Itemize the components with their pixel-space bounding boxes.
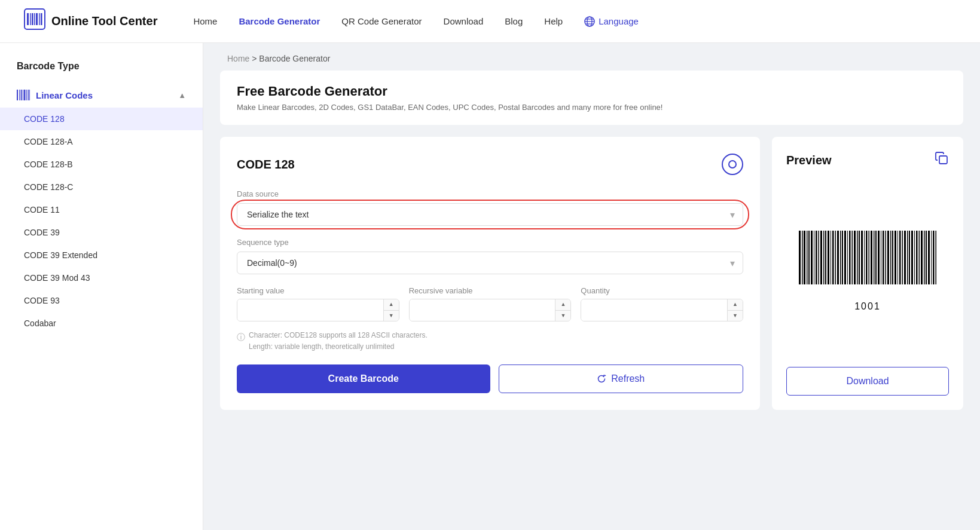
starting-value-label: Starting value <box>237 286 399 295</box>
svg-rect-43 <box>849 231 851 284</box>
nav-barcode-generator[interactable]: Barcode Generator <box>239 16 320 26</box>
svg-rect-21 <box>939 156 947 164</box>
svg-rect-59 <box>887 231 889 284</box>
svg-rect-52 <box>871 231 872 284</box>
quantity-up[interactable]: ▲ <box>728 299 743 311</box>
main-nav: Home Barcode Generator QR Code Generator… <box>193 16 956 27</box>
breadcrumb-home[interactable]: Home <box>227 54 249 63</box>
quantity-spinner: 20 ▲ ▼ <box>581 299 743 321</box>
sidebar-item-codabar[interactable]: Codabar <box>0 312 203 335</box>
svg-rect-3 <box>32 13 33 25</box>
svg-rect-34 <box>828 231 829 284</box>
sidebar-section-linear-codes[interactable]: Linear Codes ▲ <box>0 82 203 108</box>
svg-rect-58 <box>886 231 887 284</box>
barcode-logo-icon <box>24 8 45 34</box>
svg-rect-44 <box>852 231 853 284</box>
nav-blog[interactable]: Blog <box>505 16 523 26</box>
nav-help[interactable]: Help <box>544 16 563 26</box>
download-button[interactable]: Download <box>786 367 949 396</box>
info-line2: Length: variable length, theoretically u… <box>249 341 428 353</box>
svg-rect-74 <box>924 231 925 284</box>
starting-value-up[interactable]: ▲ <box>384 299 399 311</box>
starting-value-down[interactable]: ▼ <box>384 311 399 321</box>
svg-rect-71 <box>916 231 918 284</box>
recursive-variable-up[interactable]: ▲ <box>555 299 570 311</box>
svg-rect-41 <box>844 231 846 284</box>
sidebar-item-code128b[interactable]: CODE 128-B <box>0 153 203 176</box>
language-selector[interactable]: Language <box>584 16 639 27</box>
action-buttons: Create Barcode Refresh <box>237 364 743 393</box>
sidebar-item-code39[interactable]: CODE 39 <box>0 221 203 244</box>
svg-rect-19 <box>28 90 29 100</box>
svg-rect-16 <box>23 90 23 100</box>
number-inputs-row: Starting value 1001 ▲ ▼ Recursive variab… <box>237 286 743 321</box>
svg-rect-24 <box>804 231 805 284</box>
create-barcode-button[interactable]: Create Barcode <box>237 364 490 393</box>
sidebar-item-code128[interactable]: CODE 128 <box>0 108 203 130</box>
sidebar-item-code39ext[interactable]: CODE 39 Extended <box>0 244 203 266</box>
svg-rect-40 <box>842 231 843 284</box>
barcode-value-label: 1001 <box>854 301 881 312</box>
preview-panel: Preview <box>772 137 963 410</box>
sequence-type-select[interactable]: Decimal(0~9)Hexadecimal(0~F)Alphabetical… <box>237 252 743 274</box>
recursive-variable-down[interactable]: ▼ <box>555 311 570 321</box>
svg-rect-22 <box>799 231 801 284</box>
svg-rect-39 <box>840 231 841 284</box>
barcode-image <box>796 225 939 296</box>
breadcrumb: Home > Barcode Generator <box>203 43 980 71</box>
sequence-type-select-wrapper: Decimal(0~9)Hexadecimal(0~F)Alphabetical… <box>237 252 743 274</box>
info-text: ⓘ Character: CODE128 supports all 128 AS… <box>237 330 743 353</box>
svg-rect-56 <box>881 231 881 284</box>
svg-rect-76 <box>928 231 930 284</box>
svg-rect-67 <box>907 231 908 284</box>
quantity-input[interactable]: 20 <box>581 299 727 321</box>
svg-rect-20 <box>29 90 30 100</box>
data-source-select[interactable]: Serialize the textManual inputImport fro… <box>237 203 743 226</box>
logo-text: Online Tool Center <box>51 14 157 28</box>
svg-rect-2 <box>30 13 31 25</box>
generator-title: CODE 128 <box>237 154 743 175</box>
recursive-variable-input[interactable]: 1 <box>410 299 555 321</box>
quantity-label: Quantity <box>581 286 743 295</box>
sidebar-title: Barcode Type <box>0 55 203 82</box>
sidebar-item-code128c[interactable]: CODE 128-C <box>0 176 203 198</box>
svg-rect-1 <box>27 13 29 25</box>
svg-rect-25 <box>807 231 808 284</box>
nav-qr-code[interactable]: QR Code Generator <box>341 16 422 26</box>
svg-rect-18 <box>26 90 27 100</box>
svg-rect-13 <box>17 90 18 100</box>
sidebar-item-code39mod43[interactable]: CODE 39 Mod 43 <box>0 266 203 289</box>
sidebar-item-code11[interactable]: CODE 11 <box>0 198 203 221</box>
copy-icon[interactable] <box>935 151 949 169</box>
nav-home[interactable]: Home <box>193 16 217 26</box>
svg-rect-53 <box>874 231 875 284</box>
content-area: CODE 128 Data source Serialize the textM… <box>220 137 963 410</box>
starting-value-group: Starting value 1001 ▲ ▼ <box>237 286 399 321</box>
quantity-down[interactable]: ▼ <box>728 311 743 321</box>
svg-rect-62 <box>894 231 896 284</box>
nav-download[interactable]: Download <box>444 16 484 26</box>
refresh-button[interactable]: Refresh <box>499 364 744 393</box>
svg-rect-77 <box>931 231 932 284</box>
data-source-label: Data source <box>237 189 743 198</box>
svg-rect-36 <box>832 231 834 284</box>
recursive-variable-group: Recursive variable 1 ▲ ▼ <box>409 286 572 321</box>
data-source-select-wrapper: Serialize the textManual inputImport fro… <box>237 203 743 226</box>
sidebar-item-code93[interactable]: CODE 93 <box>0 289 203 312</box>
svg-rect-51 <box>869 231 870 284</box>
breadcrumb-current: Barcode Generator <box>259 54 330 63</box>
svg-rect-57 <box>883 231 884 284</box>
sidebar-item-code128a[interactable]: CODE 128-A <box>0 130 203 153</box>
recursive-variable-spinner: 1 ▲ ▼ <box>409 299 572 321</box>
svg-rect-29 <box>816 231 817 284</box>
svg-rect-65 <box>902 231 903 284</box>
svg-rect-7 <box>41 13 42 25</box>
svg-rect-17 <box>24 90 26 100</box>
svg-rect-30 <box>819 231 820 284</box>
page-subtitle: Make Linear Barcodes, 2D Codes, GS1 Data… <box>237 103 947 112</box>
breadcrumb-separator: > <box>252 54 257 63</box>
svg-rect-5 <box>36 13 38 25</box>
starting-value-input[interactable]: 1001 <box>237 299 383 321</box>
page-layout: Barcode Type Linear Codes ▲ CODE 128 <box>0 43 980 530</box>
starting-value-spinner: 1001 ▲ ▼ <box>237 299 399 321</box>
